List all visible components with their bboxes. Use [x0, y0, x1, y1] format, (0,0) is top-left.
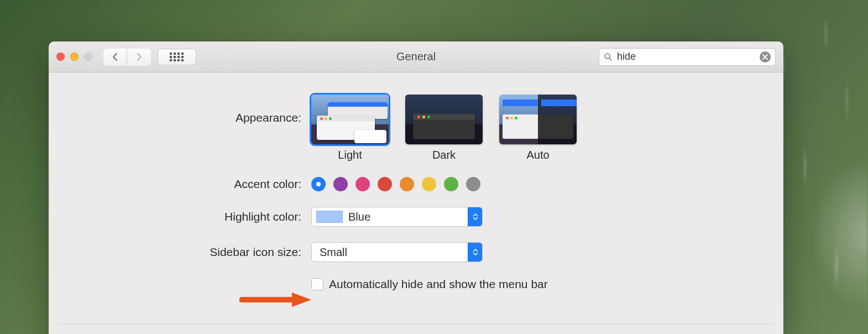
svg-rect-9 — [174, 59, 176, 61]
svg-rect-7 — [181, 56, 184, 58]
svg-rect-3 — [181, 53, 184, 55]
appearance-options: Light Dark Auto — [311, 95, 577, 161]
divider — [59, 323, 773, 324]
close-window-button[interactable] — [56, 53, 65, 61]
appearance-option-label: Light — [311, 149, 389, 161]
highlight-dropdown[interactable]: Blue — [311, 207, 483, 227]
sidebar-size-label: Sidebar icon size: — [49, 246, 311, 259]
auto-hide-menubar-label: Automatically hide and show the menu bar — [329, 278, 548, 291]
sidebar-size-dropdown[interactable]: Small — [311, 242, 483, 262]
appearance-thumbnail-auto — [499, 95, 577, 144]
appearance-thumbnail-dark — [405, 95, 483, 144]
search-field[interactable] — [599, 48, 776, 66]
appearance-option-dark[interactable]: Dark — [405, 95, 483, 161]
svg-rect-5 — [174, 56, 176, 58]
forward-button[interactable] — [127, 49, 151, 65]
highlight-label: Highlight color: — [49, 210, 311, 223]
search-input[interactable] — [617, 51, 755, 62]
appearance-option-label: Auto — [499, 149, 577, 161]
content-pane: Appearance: Light Dark — [49, 72, 783, 291]
chevron-left-icon — [112, 53, 118, 61]
svg-rect-11 — [181, 59, 184, 61]
highlight-row: Highlight color: Blue — [49, 207, 783, 227]
show-all-button[interactable] — [158, 49, 196, 65]
highlight-swatch — [316, 211, 343, 223]
svg-rect-8 — [170, 59, 172, 61]
highlight-value: Blue — [343, 211, 468, 223]
appearance-option-auto[interactable]: Auto — [499, 95, 577, 161]
svg-rect-4 — [170, 56, 172, 58]
auto-hide-menubar-checkbox[interactable] — [311, 278, 323, 290]
zoom-window-button — [84, 53, 92, 61]
sidebar-size-value: Small — [312, 246, 468, 259]
dropdown-stepper-icon — [468, 207, 482, 226]
appearance-option-light[interactable]: Light — [311, 95, 389, 161]
x-icon — [762, 54, 768, 60]
svg-line-13 — [609, 58, 611, 60]
appearance-option-label: Dark — [405, 149, 483, 161]
toolbar: General — [49, 41, 783, 72]
chevron-right-icon — [136, 53, 143, 61]
nav-segment — [103, 49, 151, 65]
accent-color-2[interactable] — [355, 177, 370, 191]
accent-color-6[interactable] — [444, 177, 458, 191]
accent-color-3[interactable] — [378, 177, 392, 191]
appearance-thumbnail-light — [311, 95, 389, 144]
sidebar-size-row: Sidebar icon size: Small — [49, 242, 783, 262]
back-button[interactable] — [103, 49, 127, 65]
accent-color-5[interactable] — [422, 177, 436, 191]
search-icon — [604, 53, 613, 61]
svg-rect-2 — [177, 53, 180, 55]
auto-hide-row: Automatically hide and show the menu bar — [49, 278, 783, 291]
accent-color-0[interactable] — [311, 177, 326, 191]
svg-rect-0 — [170, 53, 172, 55]
appearance-row: Appearance: Light Dark — [49, 95, 783, 161]
minimize-window-button[interactable] — [70, 53, 79, 61]
preferences-window: General Appearance: Light — [49, 41, 783, 334]
grid-icon — [170, 53, 184, 61]
accent-color-7[interactable] — [466, 177, 480, 191]
svg-rect-6 — [177, 56, 180, 58]
accent-row: Accent color: — [49, 177, 783, 191]
annotation-arrow-icon — [239, 291, 311, 308]
accent-color-1[interactable] — [333, 177, 348, 191]
appearance-label: Appearance: — [49, 95, 311, 124]
window-controls — [56, 53, 92, 61]
clear-search-button[interactable] — [760, 51, 771, 62]
dropdown-stepper-icon — [468, 243, 482, 262]
accent-colors — [311, 177, 480, 191]
svg-marker-15 — [292, 293, 311, 307]
accent-label: Accent color: — [49, 178, 311, 191]
svg-rect-10 — [177, 59, 180, 61]
svg-rect-1 — [174, 53, 176, 55]
accent-color-4[interactable] — [400, 177, 414, 191]
